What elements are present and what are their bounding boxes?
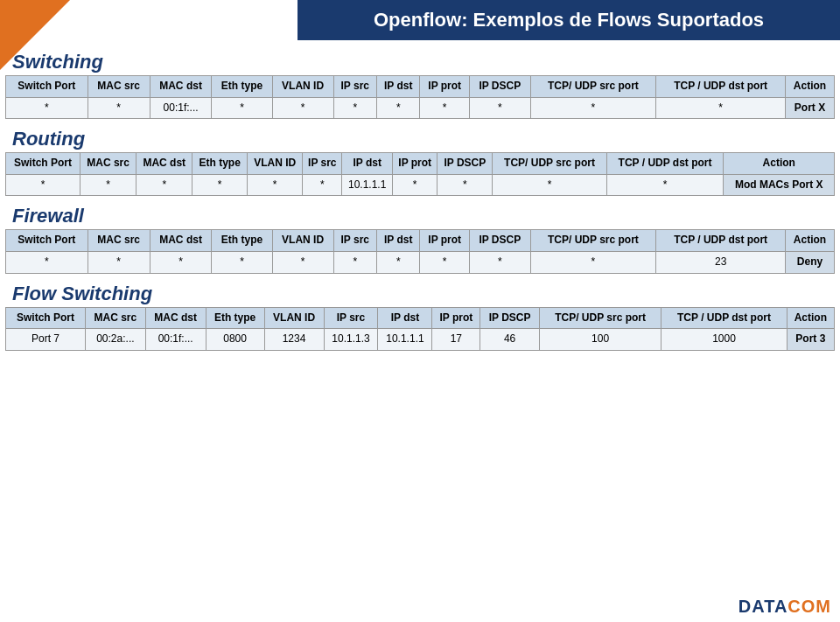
routing-data-row: * * * * * * 10.1.1.1 * * * * Mod MACs Po… [6,174,835,196]
col-mac-dst: MAC dst [145,307,206,329]
col-mac-src: MAC src [88,76,150,98]
col-ip-prot: IP prot [420,76,469,98]
fs-ip-prot: 17 [432,329,480,351]
col-ip-dscp: IP DSCP [438,153,493,175]
flow-switching-section: Flow Switching Switch Port MAC src MAC d… [5,279,835,351]
rt-vlan-id: * [247,174,302,196]
col-ip-dscp: IP DSCP [469,230,530,252]
fs-eth-type: 0800 [206,329,264,351]
main-content: Switching Switch Port MAC src MAC dst Et… [0,44,840,622]
rt-mac-src: * [80,174,136,196]
col-eth-type: Eth type [212,230,272,252]
col-ip-src: IP src [333,230,376,252]
firewall-data-row: * * * * * * * * * * 23 Deny [6,251,835,273]
sw-switch-port: * [6,97,88,119]
fw-switch-port: * [6,251,88,273]
col-action: Action [787,307,834,329]
rt-mac-dst: * [136,174,192,196]
sw-mac-dst: 00:1f:... [150,97,212,119]
datacom-com: COM [788,597,831,616]
rt-action: Mod MACs Port X [724,174,835,196]
fw-ip-dst: * [377,251,420,273]
col-ip-src: IP src [303,153,342,175]
col-eth-type: Eth type [212,76,272,98]
rt-tcp-src: * [493,174,606,196]
col-ip-dst: IP dst [342,153,393,175]
col-ip-prot: IP prot [393,153,438,175]
col-eth-type: Eth type [192,153,248,175]
firewall-label: Firewall [5,201,835,229]
fs-vlan-id: 1234 [264,329,324,351]
fw-tcp-dst: 23 [656,251,786,273]
col-ip-dst: IP dst [377,230,420,252]
col-tcp-dst: TCP / UDP dst port [656,230,786,252]
rt-eth-type: * [192,174,248,196]
rt-tcp-dst: * [606,174,724,196]
col-mac-dst: MAC dst [136,153,192,175]
firewall-table: Switch Port MAC src MAC dst Eth type VLA… [5,229,835,273]
firewall-header-row: Switch Port MAC src MAC dst Eth type VLA… [6,230,835,252]
flow-switching-table: Switch Port MAC src MAC dst Eth type VLA… [5,307,835,351]
col-tcp-src: TCP/ UDP src port [530,230,656,252]
col-ip-dst: IP dst [377,76,420,98]
switching-table: Switch Port MAC src MAC dst Eth type VLA… [5,75,835,119]
col-mac-src: MAC src [80,153,136,175]
rt-ip-prot: * [393,174,438,196]
routing-header-row: Switch Port MAC src MAC dst Eth type VLA… [6,153,835,175]
sw-action: Port X [786,97,835,119]
flow-switching-header-row: Switch Port MAC src MAC dst Eth type VLA… [6,307,835,329]
fs-switch-port: Port 7 [6,329,86,351]
col-action: Action [786,76,835,98]
header-title: Openflow: Exemplos de Flows Suportados [374,9,764,31]
col-ip-src: IP src [333,76,376,98]
col-ip-dst: IP dst [378,307,432,329]
fw-tcp-src: * [530,251,656,273]
rt-ip-dscp: * [438,174,493,196]
sw-vlan-id: * [272,97,333,119]
fw-action: Deny [786,251,835,273]
col-vlan-id: VLAN ID [247,153,302,175]
col-tcp-src: TCP/ UDP src port [493,153,606,175]
col-tcp-src: TCP/ UDP src port [539,307,661,329]
fw-vlan-id: * [272,251,333,273]
col-switch-port: Switch Port [6,307,86,329]
fs-mac-src: 00:2a:... [85,329,145,351]
fw-mac-dst: * [150,251,212,273]
fs-ip-dscp: 46 [480,329,540,351]
fs-tcp-dst: 1000 [662,329,787,351]
col-mac-src: MAC src [85,307,145,329]
fw-ip-dscp: * [469,251,530,273]
col-tcp-dst: TCP / UDP dst port [656,76,786,98]
sw-eth-type: * [212,97,272,119]
fs-ip-src: 10.1.1.3 [324,329,378,351]
fw-ip-prot: * [420,251,469,273]
routing-label: Routing [5,124,835,152]
col-action: Action [786,230,835,252]
col-mac-dst: MAC dst [150,76,212,98]
switching-header-row: Switch Port MAC src MAC dst Eth type VLA… [6,76,835,98]
sw-ip-dscp: * [469,97,530,119]
col-ip-dscp: IP DSCP [480,307,540,329]
rt-ip-src: * [303,174,342,196]
rt-switch-port: * [6,174,80,196]
col-vlan-id: VLAN ID [272,230,333,252]
sw-ip-prot: * [420,97,469,119]
col-vlan-id: VLAN ID [264,307,324,329]
col-switch-port: Switch Port [6,230,88,252]
page-header: Openflow: Exemplos de Flows Suportados [298,0,840,40]
switching-section: Switching Switch Port MAC src MAC dst Et… [5,47,835,119]
sw-ip-dst: * [377,97,420,119]
datacom-logo: DATACOM [738,597,831,617]
flow-switching-data-row: Port 7 00:2a:... 00:1f:... 0800 1234 10.… [6,329,835,351]
sw-tcp-dst: * [656,97,786,119]
switching-label: Switching [5,47,835,75]
col-tcp-dst: TCP / UDP dst port [662,307,787,329]
col-vlan-id: VLAN ID [272,76,333,98]
col-tcp-dst: TCP / UDP dst port [606,153,724,175]
col-ip-prot: IP prot [420,230,469,252]
col-mac-src: MAC src [88,230,150,252]
fw-ip-src: * [333,251,376,273]
fs-mac-dst: 00:1f:... [145,329,206,351]
fs-tcp-src: 100 [539,329,661,351]
fs-action: Port 3 [787,329,834,351]
